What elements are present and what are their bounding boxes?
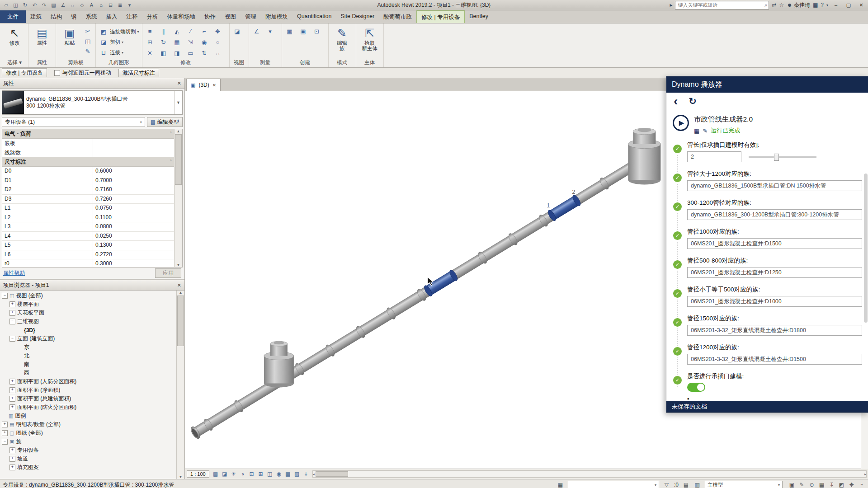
expand-icon[interactable]: +	[9, 447, 15, 453]
scale-icon[interactable]: ⇲	[186, 38, 196, 47]
reveal-hidden-icon[interactable]: ◉	[274, 471, 283, 477]
manhole-upper[interactable]	[628, 128, 660, 184]
refresh-icon[interactable]: ↻	[689, 96, 697, 107]
tree-item[interactable]: +专用设备	[0, 446, 176, 455]
tree-item[interactable]: −立面 (建筑立面)	[0, 334, 176, 343]
tree-item[interactable]: +坡道	[0, 455, 176, 463]
delete-icon[interactable]: ✕	[145, 48, 155, 57]
input-value[interactable]: 06MS201-3-32_矩形直线混凝土检查井:D1800	[687, 325, 862, 336]
ribbon-tab-5[interactable]: 插入	[102, 10, 122, 23]
ribbon-tab-7[interactable]: 分析	[142, 10, 163, 23]
search-input[interactable]	[677, 2, 764, 8]
maximize-button[interactable]: ▢	[844, 1, 854, 9]
param-value[interactable]: 0.0750	[93, 204, 174, 213]
hide-in-view-icon[interactable]: ◪	[232, 27, 242, 36]
input-slider[interactable]	[749, 153, 816, 160]
browser-scrollbar[interactable]: ▲ ▼	[176, 291, 184, 479]
ribbon-tab-15[interactable]: 酸葡萄市政	[379, 10, 416, 23]
input-value[interactable]: 2	[687, 151, 741, 162]
open-icon[interactable]: ▱	[2, 1, 10, 9]
communication-center-icon[interactable]: ⇄	[772, 2, 776, 8]
ribbon-tab-11[interactable]: 管理	[241, 10, 261, 23]
slider-handle[interactable]	[774, 154, 779, 161]
param-value[interactable]	[93, 148, 174, 157]
select-by-face-icon[interactable]: ◩	[838, 480, 845, 488]
close-view-icon[interactable]: ✕	[212, 83, 216, 88]
modify-button[interactable]: ↖修改	[4, 25, 25, 46]
scroll-right-icon[interactable]: ▸	[864, 472, 866, 476]
ribbon-tab-2[interactable]: 结构	[46, 10, 66, 23]
expand-icon[interactable]: +	[9, 310, 15, 316]
text-icon[interactable]: A	[87, 1, 96, 9]
nudge-icon[interactable]: ↔	[213, 48, 223, 57]
default-3d-view-icon[interactable]: ⌂	[97, 1, 105, 9]
tree-item[interactable]: +▤明细表/数量 (全部)	[0, 420, 176, 429]
scroll-up-icon[interactable]: ▲	[179, 291, 183, 295]
scroll-up-icon[interactable]: ▲	[177, 129, 180, 133]
ribbon-tab-6[interactable]: 注释	[122, 10, 142, 23]
ribbon-tab-13[interactable]: Quantification	[292, 10, 336, 23]
scroll-thumb[interactable]	[177, 296, 184, 346]
ribbon-tab-4[interactable]: 系统	[81, 10, 102, 23]
section-icon[interactable]: ⊟	[106, 1, 115, 9]
expand-icon[interactable]: +	[9, 387, 15, 393]
param-group-header[interactable]: 尺寸标注ˆ	[2, 157, 174, 167]
expand-icon[interactable]: +	[9, 456, 15, 462]
tree-item[interactable]: +面积平面 (防火分区面积)	[0, 403, 176, 412]
input-value[interactable]: 06MS201_圆形混凝土检查井:D1500	[687, 238, 862, 249]
create-assembly-icon[interactable]: ⊡	[312, 27, 322, 36]
pick-new-host-button[interactable]: ⇱拾取 新主体	[359, 25, 381, 51]
expand-icon[interactable]: +	[9, 301, 15, 307]
edit-inputs-icon[interactable]: ✎	[703, 127, 708, 134]
match-type-icon[interactable]: ✎	[83, 47, 93, 56]
run-script-button[interactable]: ▶	[673, 115, 689, 131]
tree-item[interactable]: +面积平面 (人防分区面积)	[0, 377, 176, 386]
expand-icon[interactable]: +	[9, 404, 15, 410]
ribbon-tab-16[interactable]: 修改 | 专用设备	[416, 10, 465, 23]
properties-button[interactable]: ▤属性	[31, 25, 53, 46]
create-group-icon[interactable]: ▣	[298, 27, 308, 36]
cut-profile-icon[interactable]: ◧	[159, 48, 169, 57]
expand-icon[interactable]: +	[9, 396, 15, 402]
param-group-header[interactable]: 电气 - 负荷ˆ	[2, 129, 174, 139]
collapse-icon[interactable]: −	[9, 336, 15, 342]
properties-help-link[interactable]: 属性帮助	[3, 269, 25, 277]
redo-icon[interactable]: ↷	[40, 1, 48, 9]
copy-to-clipboard-icon[interactable]: ◫	[83, 37, 93, 46]
constraints-icon[interactable]: ↧	[302, 471, 311, 477]
type-dropdown-icon[interactable]: ▼	[174, 91, 182, 114]
split-icon[interactable]: ⌿	[186, 27, 196, 36]
temporary-hide-icon[interactable]: ◫	[265, 471, 274, 477]
visual-style-icon[interactable]: ◪	[220, 471, 229, 477]
align-icon[interactable]: ≡	[145, 27, 155, 36]
detail-level-icon[interactable]: ▤	[211, 471, 220, 477]
tree-item[interactable]: 西	[0, 369, 176, 377]
select-links-icon[interactable]: ⊙	[808, 480, 816, 488]
collapse-search-icon[interactable]: ▸	[670, 2, 672, 8]
param-value[interactable]: 0.3000	[93, 259, 174, 267]
expand-icon[interactable]: +	[9, 379, 15, 385]
element-filter-dropdown[interactable]: 专用设备 (1) ▾	[2, 117, 145, 127]
activate-dimensions-button[interactable]: 激活尺寸标注	[118, 69, 159, 77]
select-pinned-icon[interactable]: ↧	[828, 480, 835, 488]
design-option-dropdown[interactable]: 主模型▾	[705, 481, 783, 488]
back-icon[interactable]: ‹	[674, 96, 678, 107]
scroll-down-icon[interactable]: ▼	[177, 263, 180, 267]
crop-view-icon[interactable]: ⊡	[247, 471, 256, 477]
workset-dropdown[interactable]: ▾	[568, 481, 659, 488]
input-value[interactable]: 06MS201-3-32_矩形直线混凝土检查井:D1500	[687, 354, 862, 365]
tree-item[interactable]: ▥图例	[0, 412, 176, 420]
ribbon-tab-9[interactable]: 协作	[200, 10, 220, 23]
input-value[interactable]: dynamo_GB11836_1500B型承插口管:DN 1500排水管	[687, 180, 862, 191]
scroll-thumb[interactable]	[316, 471, 348, 477]
help-icon[interactable]: ?	[821, 2, 824, 8]
input-value[interactable]: dynamo_GB11836_300-1200B型承插口管:300-1200排水…	[687, 209, 862, 220]
tree-item[interactable]: {3D}	[0, 326, 176, 334]
tree-item[interactable]: −◫视图 (全部)	[0, 291, 176, 300]
project-browser-header[interactable]: 项目浏览器 - 项目1 ✕	[0, 280, 184, 291]
scale-button[interactable]: 1 : 100	[187, 470, 209, 478]
ribbon-tab-8[interactable]: 体量和场地	[163, 10, 200, 23]
input-value[interactable]: 06MS201_圆形混凝土检查井:D1000	[687, 296, 862, 307]
pipe-run[interactable]	[189, 150, 654, 440]
param-value[interactable]: 0.0800	[93, 222, 174, 231]
